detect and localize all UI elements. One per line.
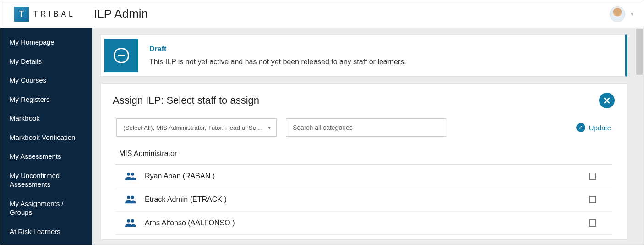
sidebar-item-my-registers[interactable]: My Registers: [0, 90, 92, 109]
staff-checkbox[interactable]: [589, 196, 596, 203]
brand-logo-text: TRIBAL: [33, 10, 76, 18]
sidebar-item-my-assignments-groups[interactable]: My Assignments / Groups: [0, 194, 92, 222]
status-description: This ILP is not yet active and has not y…: [149, 58, 406, 66]
status-icon-wrap: [104, 39, 138, 72]
close-icon: [603, 97, 611, 104]
sidebar-item-markbook[interactable]: Markbook: [0, 109, 92, 128]
sidebar-item-my-assessments[interactable]: My Assessments: [0, 147, 92, 166]
category-select-value: (Select All), MIS Administrator, Tutor, …: [123, 124, 263, 131]
sidebar-item-at-risk-learners[interactable]: At Risk Learners: [0, 222, 92, 241]
page-title: ILP Admin: [94, 7, 148, 21]
search-input[interactable]: [286, 118, 446, 137]
svg-point-0: [127, 173, 130, 176]
people-icon: [125, 195, 136, 203]
svg-point-1: [131, 173, 134, 176]
draft-minus-icon: [114, 48, 129, 63]
assign-card: Assign ILP: Select staff to assign (Sele…: [100, 83, 627, 240]
topbar: T TRIBAL ILP Admin ▼: [0, 0, 644, 28]
chevron-down-icon: ▼: [267, 125, 272, 130]
sidebar-item-markbook-verification[interactable]: Markbook Verification: [0, 128, 92, 147]
staff-group-title: MIS Administrator: [115, 146, 612, 165]
sidebar: My Homepage My Details My Courses My Reg…: [0, 28, 92, 245]
staff-checkbox[interactable]: [589, 173, 596, 180]
filter-row: (Select All), MIS Administrator, Tutor, …: [113, 118, 615, 146]
svg-point-2: [127, 196, 130, 199]
staff-name: Ryan Aban (RABAN ): [145, 172, 589, 180]
scrollbar[interactable]: [636, 29, 643, 75]
sidebar-item-my-unconfirmed-assessments[interactable]: My Unconfirmed Assessments: [0, 166, 92, 194]
status-card: Draft This ILP is not yet active and has…: [100, 34, 627, 77]
staff-name: Etrack Admin (ETRACK ): [145, 195, 589, 204]
sidebar-item-my-details[interactable]: My Details: [0, 52, 92, 71]
status-title: Draft: [149, 45, 406, 53]
close-button[interactable]: [599, 93, 615, 108]
update-label: Update: [589, 124, 611, 132]
sidebar-item-my-courses[interactable]: My Courses: [0, 71, 92, 90]
svg-point-3: [131, 196, 134, 199]
avatar[interactable]: [610, 6, 625, 22]
update-button[interactable]: ✓ Update: [576, 123, 611, 132]
staff-name: Arns Alfonso (AALFONSO ): [145, 219, 589, 227]
staff-row[interactable]: Arns Alfonso (AALFONSO ): [115, 212, 612, 235]
sidebar-item-my-homepage[interactable]: My Homepage: [0, 33, 92, 52]
check-circle-icon: ✓: [576, 123, 585, 132]
people-icon: [125, 219, 136, 227]
category-select[interactable]: (Select All), MIS Administrator, Tutor, …: [116, 118, 277, 137]
people-icon: [125, 172, 136, 180]
main-content: Draft This ILP is not yet active and has…: [92, 28, 644, 245]
staff-row[interactable]: Etrack Admin (ETRACK ): [115, 188, 612, 212]
staff-row[interactable]: Ryan Aban (RABAN ): [115, 165, 612, 188]
svg-point-5: [131, 219, 134, 223]
brand-logo-icon: T: [14, 7, 29, 22]
svg-point-4: [127, 219, 130, 223]
avatar-menu-caret-icon[interactable]: ▼: [630, 11, 634, 17]
staff-checkbox[interactable]: [589, 219, 596, 227]
assign-title: Assign ILP: Select staff to assign: [113, 95, 599, 106]
